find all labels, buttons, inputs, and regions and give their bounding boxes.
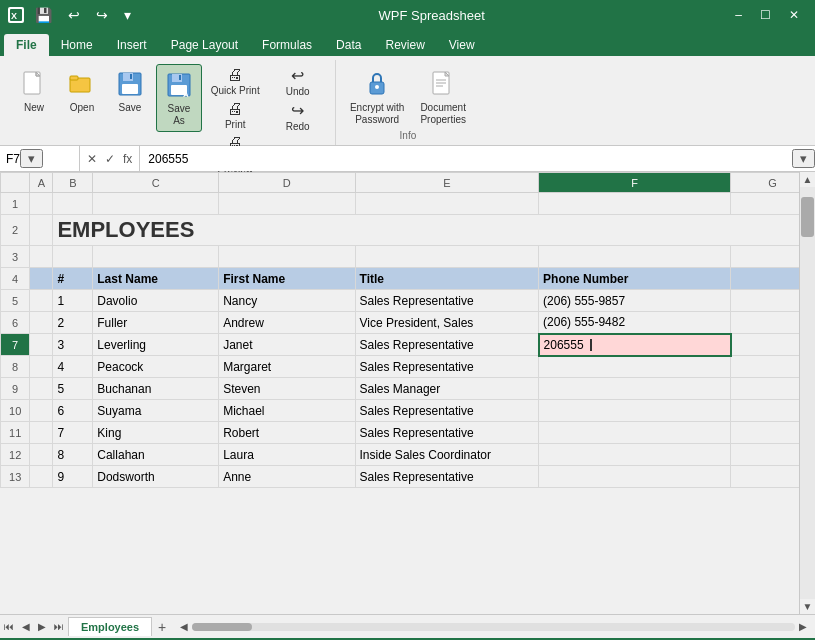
cell-d7[interactable]: Janet (219, 334, 355, 356)
cell-c5[interactable]: Davolio (93, 290, 219, 312)
cell-e6[interactable]: Vice President, Sales (355, 312, 539, 334)
cell-f4[interactable]: Phone Number (539, 268, 731, 290)
cell-a7[interactable] (30, 334, 53, 356)
cell-a2[interactable] (30, 215, 53, 246)
tab-home[interactable]: Home (49, 34, 105, 56)
cell-c10[interactable]: Suyama (93, 400, 219, 422)
cell-b8[interactable]: 4 (53, 356, 93, 378)
cell-c4[interactable]: Last Name (93, 268, 219, 290)
cell-a3[interactable] (30, 246, 53, 268)
insert-function-button[interactable]: fx (120, 152, 135, 166)
cell-a4[interactable] (30, 268, 53, 290)
cell-f7-active[interactable]: 206555 (539, 334, 731, 356)
sheet-nav-next[interactable]: ▶ (34, 621, 50, 632)
cell-f3[interactable] (539, 246, 731, 268)
cell-a13[interactable] (30, 466, 53, 488)
cell-e11[interactable]: Sales Representative (355, 422, 539, 444)
print-button[interactable]: 🖨 Print (206, 98, 264, 132)
add-sheet-button[interactable]: + (152, 619, 172, 635)
cell-e3[interactable] (355, 246, 539, 268)
cell-e8[interactable]: Sales Representative (355, 356, 539, 378)
cell-f1[interactable] (539, 193, 731, 215)
col-header-b[interactable]: B (53, 173, 93, 193)
close-button[interactable]: ✕ (781, 6, 807, 24)
cell-a6[interactable] (30, 312, 53, 334)
col-header-c[interactable]: C (93, 173, 219, 193)
maximize-button[interactable]: ☐ (752, 6, 779, 24)
cell-e13[interactable]: Sales Representative (355, 466, 539, 488)
sheet-nav-prev[interactable]: ◀ (18, 621, 34, 632)
cell-f5[interactable]: (206) 555-9857 (539, 290, 731, 312)
cell-b12[interactable]: 8 (53, 444, 93, 466)
scroll-down-button[interactable]: ▼ (800, 599, 815, 614)
horizontal-scrollbar[interactable]: ◀ ▶ (172, 615, 815, 638)
tab-page-layout[interactable]: Page Layout (159, 34, 250, 56)
scroll-thumb-horizontal[interactable] (192, 623, 252, 631)
cell-c13[interactable]: Dodsworth (93, 466, 219, 488)
doc-props-button[interactable]: DocumentProperties (414, 64, 472, 130)
cell-f9[interactable] (539, 378, 731, 400)
cell-e4[interactable]: Title (355, 268, 539, 290)
cell-a12[interactable] (30, 444, 53, 466)
tab-view[interactable]: View (437, 34, 487, 56)
cell-c7[interactable]: Leverling (93, 334, 219, 356)
qat-redo-button[interactable]: ↪ (91, 5, 113, 25)
cell-f12[interactable] (539, 444, 731, 466)
vertical-scrollbar[interactable]: ▲ ▼ (799, 172, 815, 614)
tab-file[interactable]: File (4, 34, 49, 56)
sheet-nav-last[interactable]: ⏭ (50, 621, 68, 632)
scroll-left-button[interactable]: ◀ (176, 621, 192, 632)
cell-d12[interactable]: Laura (219, 444, 355, 466)
formula-bar-dropdown[interactable]: ▾ (792, 149, 815, 168)
save-as-button[interactable]: A SaveAs (156, 64, 202, 132)
cell-f11[interactable] (539, 422, 731, 444)
cell-f10[interactable] (539, 400, 731, 422)
cell-e10[interactable]: Sales Representative (355, 400, 539, 422)
tab-formulas[interactable]: Formulas (250, 34, 324, 56)
col-header-f[interactable]: F (539, 173, 731, 193)
cell-a9[interactable] (30, 378, 53, 400)
cell-b9[interactable]: 5 (53, 378, 93, 400)
cell-d4[interactable]: First Name (219, 268, 355, 290)
cell-d3[interactable] (219, 246, 355, 268)
cell-a1[interactable] (30, 193, 53, 215)
cell-c9[interactable]: Buchanan (93, 378, 219, 400)
scroll-thumb-vertical[interactable] (801, 197, 814, 237)
cell-c3[interactable] (93, 246, 219, 268)
cell-c6[interactable]: Fuller (93, 312, 219, 334)
open-button[interactable]: Open (60, 64, 104, 118)
scroll-up-button[interactable]: ▲ (800, 172, 815, 187)
cell-b2-title[interactable]: EMPLOYEES (53, 215, 815, 246)
cancel-formula-button[interactable]: ✕ (84, 152, 100, 166)
cell-d1[interactable] (219, 193, 355, 215)
cell-e5[interactable]: Sales Representative (355, 290, 539, 312)
col-header-e[interactable]: E (355, 173, 539, 193)
cell-d13[interactable]: Anne (219, 466, 355, 488)
cell-ref-dropdown[interactable]: ▾ (20, 149, 43, 168)
col-header-d[interactable]: D (219, 173, 355, 193)
scroll-track-horizontal[interactable] (192, 623, 795, 631)
col-header-a[interactable]: A (30, 173, 53, 193)
cell-a8[interactable] (30, 356, 53, 378)
formula-input[interactable] (140, 146, 792, 171)
confirm-formula-button[interactable]: ✓ (102, 152, 118, 166)
cell-a11[interactable] (30, 422, 53, 444)
cell-b4[interactable]: # (53, 268, 93, 290)
tab-data[interactable]: Data (324, 34, 373, 56)
encrypt-button[interactable]: Encrypt withPassword (344, 64, 410, 130)
cell-e12[interactable]: Inside Sales Coordinator (355, 444, 539, 466)
cell-e9[interactable]: Sales Manager (355, 378, 539, 400)
cell-d10[interactable]: Michael (219, 400, 355, 422)
redo-button[interactable]: ↪ Redo (268, 99, 326, 134)
cell-b1[interactable] (53, 193, 93, 215)
cell-b13[interactable]: 9 (53, 466, 93, 488)
cell-b6[interactable]: 2 (53, 312, 93, 334)
cell-d9[interactable]: Steven (219, 378, 355, 400)
sheet-tab-employees[interactable]: Employees (68, 617, 152, 636)
cell-e7[interactable]: Sales Representative (355, 334, 539, 356)
cell-a10[interactable] (30, 400, 53, 422)
cell-f8[interactable] (539, 356, 731, 378)
cell-a5[interactable] (30, 290, 53, 312)
cell-e1[interactable] (355, 193, 539, 215)
cell-d5[interactable]: Nancy (219, 290, 355, 312)
